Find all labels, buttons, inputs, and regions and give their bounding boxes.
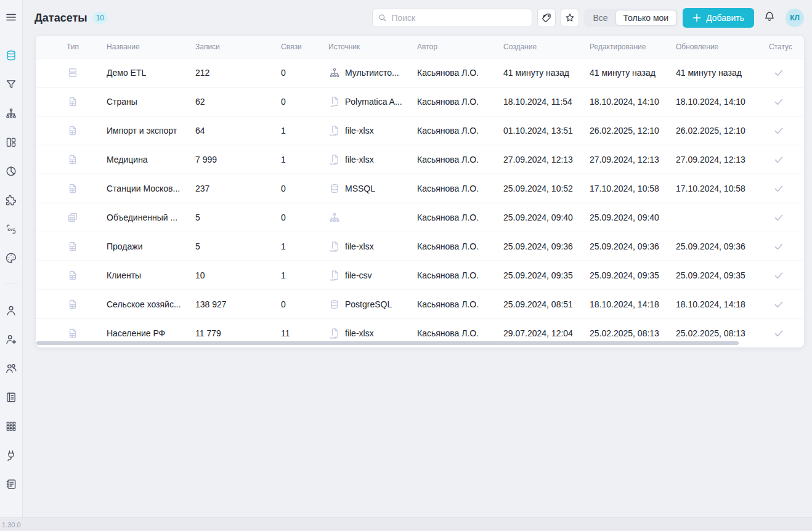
file-table-icon <box>67 182 79 195</box>
file-table-icon <box>67 153 79 166</box>
search-input[interactable] <box>391 13 527 23</box>
column-header-1[interactable]: Название <box>107 43 195 51</box>
sidebar-item-journal[interactable] <box>5 391 17 403</box>
sidebar-bottom-group <box>5 304 17 490</box>
user-avatar[interactable]: КЛ <box>786 9 804 27</box>
horizontal-scrollbar-thumb[interactable] <box>36 341 739 345</box>
person-icon <box>5 304 17 317</box>
cell-type <box>36 95 107 108</box>
palette-icon <box>5 252 17 264</box>
sidebar-item-modules[interactable] <box>5 420 17 432</box>
table-row[interactable]: Продажи51XLSXfile-xlsxКасьянова Л.О.25.0… <box>36 232 804 261</box>
cell-name: Сельское хозяйс... <box>107 299 195 309</box>
check-icon-status <box>773 182 785 195</box>
table-row[interactable]: Импорт и экспорт641XLSXfile-xlsxКасьянов… <box>36 116 804 145</box>
sidebar-item-user-settings[interactable] <box>5 333 17 346</box>
cell-name: Страны <box>107 97 195 107</box>
column-header-9[interactable]: Статус <box>769 43 804 51</box>
cell-status <box>769 211 804 224</box>
sidebar-item-datasets[interactable] <box>5 49 17 62</box>
notifications-bell-icon[interactable] <box>763 10 776 25</box>
cell-created: 25.09.2024, 09:35 <box>503 270 590 280</box>
cell-status <box>769 67 804 79</box>
dashboard-icon <box>5 136 17 148</box>
column-header-3[interactable]: Связи <box>281 43 328 51</box>
cell-created: 25.09.2024, 09:36 <box>503 241 590 251</box>
cell-status <box>769 327 804 339</box>
tags-filter-button[interactable] <box>537 9 556 27</box>
cell-edited: 27.09.2024, 12:13 <box>590 155 676 164</box>
page-title: Датасеты <box>35 12 87 25</box>
filter-all-option[interactable]: Все <box>585 10 615 26</box>
joined-icon <box>67 211 79 224</box>
sidebar-item-connections[interactable] <box>5 449 17 461</box>
table-row[interactable]: Станции Москов...2370MSSQLКасьянова Л.О.… <box>36 174 804 203</box>
cell-updated: 25.09.2024, 09:35 <box>676 270 769 280</box>
cell-links: 0 <box>281 97 328 107</box>
sidebar-item-themes[interactable] <box>5 252 17 264</box>
sidebar-item-plugins[interactable] <box>5 194 17 206</box>
sidebar-item-dashboards[interactable] <box>5 136 17 148</box>
star-icon <box>567 14 574 21</box>
sidebar-item-charts[interactable] <box>5 165 17 177</box>
column-header-7[interactable]: Редактирование <box>590 43 676 51</box>
hierarchy-icon <box>5 107 17 120</box>
svg-text:XLSX: XLSX <box>330 336 337 339</box>
plug-icon <box>5 449 17 461</box>
check-icon-status <box>773 240 785 253</box>
add-dataset-button[interactable]: Добавить <box>683 8 754 28</box>
cell-type <box>36 240 107 253</box>
sidebar-item-logs[interactable] <box>5 478 17 490</box>
column-header-0[interactable]: Тип <box>36 43 107 51</box>
menu-hamburger-icon[interactable] <box>5 11 17 26</box>
cell-source: MSSQL <box>328 182 417 195</box>
cell-updated: 25.09.2024, 09:36 <box>676 241 769 251</box>
stacked-icon <box>67 67 79 79</box>
cell-edited: 25.09.2024, 09:40 <box>590 213 676 222</box>
cell-name: Клиенты <box>107 270 195 280</box>
svg-text:XLSX: XLSX <box>330 134 337 137</box>
file-api-icon: API <box>328 95 341 108</box>
column-header-8[interactable]: Обновление <box>676 43 769 51</box>
table-row[interactable]: Медицина7 9991XLSXfile-xlsxКасьянова Л.О… <box>36 145 804 174</box>
cell-type <box>36 182 107 195</box>
cell-records: 64 <box>195 126 281 136</box>
cell-updated: 41 минуту назад <box>676 68 769 78</box>
column-header-2[interactable]: Записи <box>195 43 281 51</box>
cell-name: Демо ETL <box>107 68 195 78</box>
sidebar-item-svg[interactable]: SVG <box>5 223 17 235</box>
table-row[interactable]: Страны620APIPolymatica A...Касьянова Л.О… <box>36 87 804 116</box>
column-header-6[interactable]: Создание <box>503 43 590 51</box>
source-label: PostgreSQL <box>345 299 392 309</box>
sidebar-divider <box>4 283 18 283</box>
cell-name: Импорт и экспорт <box>107 126 195 136</box>
table-row[interactable]: Сельское хозяйс...138 9270PostgreSQLКась… <box>36 290 804 318</box>
table-row[interactable]: Объединенный ...50Касьянова Л.О.25.09.20… <box>36 203 804 232</box>
cell-name: Продажи <box>107 241 195 251</box>
cell-edited: 18.10.2024, 14:10 <box>590 97 676 107</box>
table-row[interactable]: Демо ETL2120Мультиисто...Касьянова Л.О.4… <box>36 58 804 87</box>
search-box[interactable] <box>372 9 532 27</box>
cell-source: CSVfile-csv <box>328 269 417 282</box>
table-row[interactable]: Клиенты101CSVfile-csvКасьянова Л.О.25.09… <box>36 261 804 290</box>
sidebar-item-etl[interactable] <box>5 107 17 120</box>
sidebar-item-profile[interactable] <box>5 304 17 317</box>
sidebar-item-users[interactable] <box>5 362 17 375</box>
column-header-4[interactable]: Источник <box>328 43 417 51</box>
cell-author: Касьянова Л.О. <box>417 299 503 309</box>
favorites-filter-button[interactable] <box>561 9 579 27</box>
check-icon-status <box>773 153 785 166</box>
cell-records: 237 <box>195 184 281 193</box>
cell-status <box>769 298 804 310</box>
cell-edited: 26.02.2025, 12:10 <box>590 126 676 136</box>
cell-updated: 26.02.2025, 12:10 <box>676 126 769 136</box>
column-header-5[interactable]: Автор <box>417 43 503 51</box>
cell-status <box>769 269 804 282</box>
database-icon <box>5 49 17 62</box>
add-button-label: Добавить <box>706 13 744 23</box>
sidebar-item-filters[interactable] <box>5 78 17 91</box>
filter-mine-option[interactable]: Только мои <box>615 10 677 26</box>
cell-type <box>36 298 107 310</box>
cell-type <box>36 153 107 166</box>
source-label: file-xlsx <box>345 328 374 338</box>
